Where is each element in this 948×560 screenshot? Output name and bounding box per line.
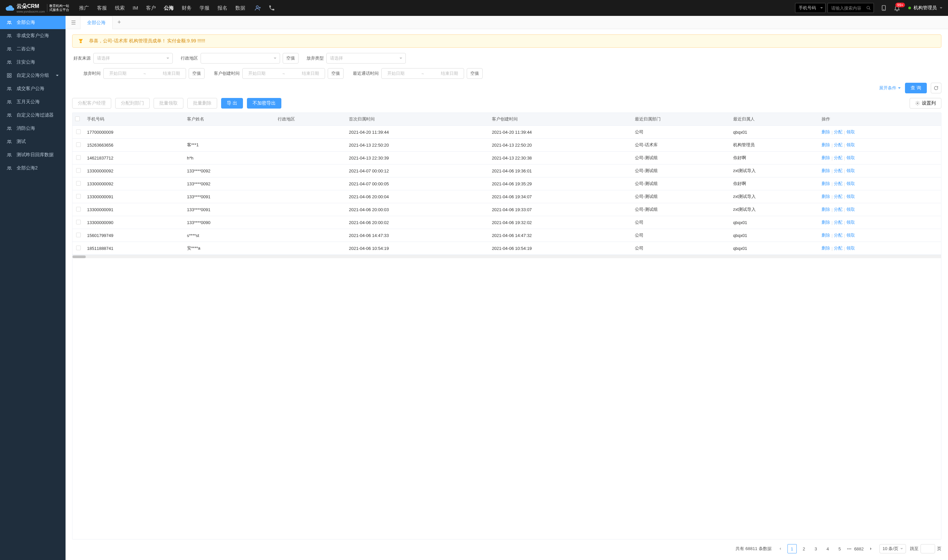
nav-item[interactable]: IM [133,5,139,11]
row-checkbox[interactable] [76,142,81,147]
expand-filters-link[interactable]: 展开条件 [879,85,901,91]
row-checkbox[interactable] [76,233,81,237]
op-delete[interactable]: 删除 [822,142,830,148]
sidebar-item[interactable]: 消防公海 [0,122,66,135]
select-all-checkbox[interactable] [75,117,80,121]
cell-phone[interactable]: 13300000091 [85,203,185,216]
op-delete[interactable]: 删除 [822,181,830,187]
nav-item[interactable]: 推广 [79,5,89,11]
nav-item[interactable]: 学服 [200,5,209,11]
op-assign[interactable]: 分配 [834,245,842,251]
op-claim[interactable]: 领取 [846,168,855,174]
sidebar-item[interactable]: 非成交客户公海 [0,29,66,42]
op-claim[interactable]: 领取 [846,219,855,225]
sidebar-item[interactable]: 测试昨日回库数据 [0,148,66,162]
refresh-button[interactable] [931,83,941,93]
row-checkbox[interactable] [76,246,81,250]
nav-item[interactable]: 财务 [182,5,192,11]
phone-icon[interactable] [268,5,275,11]
op-assign[interactable]: 分配 [834,219,842,225]
op-assign[interactable]: 分配 [834,181,842,187]
null-value-button[interactable]: 空值 [328,68,343,79]
page-ellipsis[interactable]: ••• [847,546,852,551]
export-plain-button[interactable]: 不加密导出 [247,98,282,109]
page-number-button[interactable]: 1 [788,544,797,553]
batch-claim-button[interactable]: 批量领取 [154,98,183,109]
op-claim[interactable]: 领取 [846,206,855,212]
cell-phone[interactable]: 13300000090 [85,216,185,229]
filter-daterange[interactable]: 开始日期~结束日期 [381,68,464,79]
op-delete[interactable]: 删除 [822,168,830,174]
cell-phone[interactable]: 13300000091 [85,190,185,203]
op-assign[interactable]: 分配 [834,129,842,135]
op-claim[interactable]: 领取 [846,155,855,161]
set-columns-button[interactable]: 设置列 [910,98,941,109]
tab-add-button[interactable]: + [112,16,126,29]
nav-item[interactable]: 数据 [235,5,245,11]
assign-dept-button[interactable]: 分配到部门 [115,98,149,109]
filter-select[interactable] [201,53,280,63]
row-checkbox[interactable] [76,181,81,186]
page-number-button[interactable]: 3 [811,544,820,553]
sidebar-item[interactable]: 五月天公海 [0,95,66,109]
op-claim[interactable]: 领取 [846,245,855,251]
row-checkbox[interactable] [76,220,81,225]
null-value-button[interactable]: 空值 [189,68,205,79]
export-button[interactable]: 导 出 [221,98,243,109]
null-value-button[interactable]: 空值 [283,53,299,63]
row-checkbox[interactable] [76,194,81,198]
sidebar-item[interactable]: 二咨公海 [0,42,66,55]
row-checkbox[interactable] [76,129,81,134]
filter-select[interactable]: 请选择 [326,53,406,63]
op-delete[interactable]: 删除 [822,129,830,135]
nav-item[interactable]: 报名 [217,5,228,11]
user-menu[interactable]: 机构管理员 [908,5,943,11]
op-assign[interactable]: 分配 [834,232,842,238]
cell-phone[interactable]: 17700000009 [85,126,185,138]
assign-manager-button[interactable]: 分配客户经理 [72,98,111,109]
nav-item[interactable]: 客服 [97,5,107,11]
search-icon[interactable] [866,6,871,10]
column-header[interactable]: 最近归属人 [731,113,819,126]
batch-delete-button[interactable]: 批量删除 [187,98,217,109]
op-delete[interactable]: 删除 [822,194,830,200]
op-delete[interactable]: 删除 [822,232,830,238]
scrollbar-thumb[interactable] [72,255,86,258]
op-assign[interactable]: 分配 [834,194,842,200]
search-button[interactable]: 查 询 [905,83,927,93]
row-checkbox[interactable] [76,155,81,160]
cell-phone[interactable]: 15263663656 [85,138,185,152]
notifications[interactable]: 99+ [894,5,900,11]
nav-item[interactable]: 公海 [164,5,174,11]
filter-daterange[interactable]: 开始日期~结束日期 [242,68,325,79]
column-header[interactable]: 首次归属时间 [346,113,489,126]
prev-page-button[interactable] [776,544,785,553]
column-header[interactable]: 手机号码 [85,113,185,126]
sidebar-item[interactable]: 自定义公海过滤器 [0,109,66,122]
op-delete[interactable]: 删除 [822,206,830,212]
sidebar-item[interactable]: 自定义公海分组 [0,69,66,82]
page-number-button[interactable]: 4 [823,544,833,553]
op-claim[interactable]: 领取 [846,194,855,200]
cell-phone[interactable]: 13300000092 [85,177,185,190]
nav-item[interactable]: 线索 [115,5,125,11]
horizontal-scrollbar[interactable] [72,255,941,258]
column-header[interactable]: 操作 [819,113,941,126]
page-number-button[interactable]: 5 [835,544,844,553]
add-user-icon[interactable] [254,5,261,11]
device-icon[interactable] [880,5,887,11]
search-type-select[interactable]: 手机号码 [795,3,825,13]
last-page-button[interactable]: 6882 [854,544,863,553]
column-header[interactable]: 客户创建时间 [489,113,632,126]
cell-phone[interactable]: 13300000092 [85,165,185,177]
filter-daterange[interactable]: 开始日期~结束日期 [103,68,186,79]
row-checkbox[interactable] [76,168,81,173]
op-delete[interactable]: 删除 [822,245,830,251]
op-assign[interactable]: 分配 [834,142,842,148]
op-claim[interactable]: 领取 [846,142,855,148]
column-header[interactable]: 客户姓名 [185,113,275,126]
sidebar-item[interactable]: 成交客户公海 [0,82,66,95]
op-delete[interactable]: 删除 [822,219,830,225]
column-header[interactable]: 最近归属部门 [632,113,731,126]
op-claim[interactable]: 领取 [846,181,855,187]
